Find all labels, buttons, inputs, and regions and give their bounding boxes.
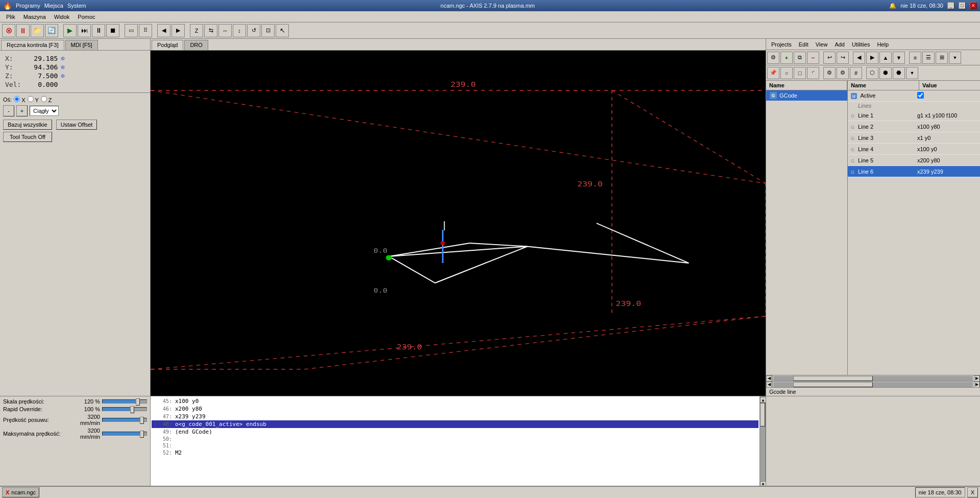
mirror-x-button[interactable]: ⇆ bbox=[204, 24, 217, 37]
add-menu-item[interactable]: Add bbox=[831, 40, 848, 49]
rotate-button[interactable]: ↺ bbox=[247, 24, 260, 37]
programy-menu[interactable]: Programy bbox=[16, 3, 40, 9]
viewport[interactable]: 239.0 239.0 239.0 239.0 0.0 bbox=[151, 51, 766, 396]
props-scroll-right2-button[interactable]: ▶ bbox=[974, 382, 980, 388]
utilities-menu-item[interactable]: Utilities bbox=[849, 40, 873, 49]
minimize-button[interactable]: _ bbox=[947, 2, 954, 9]
copy-button[interactable]: ⧉ bbox=[794, 52, 806, 64]
x-home-icon[interactable]: ⊕ bbox=[59, 55, 145, 62]
rapid-override-track[interactable] bbox=[102, 407, 147, 411]
taskbar-close-button[interactable]: X bbox=[967, 487, 978, 497]
edit-menu-item[interactable]: Edit bbox=[796, 40, 812, 49]
code-v-scrollbar[interactable]: ▲ ▼ bbox=[760, 396, 766, 488]
zoom-fit-button[interactable]: ⊡ bbox=[261, 24, 275, 37]
prop-row-line3[interactable]: G Line 3 x1 y0 bbox=[848, 132, 980, 144]
open-file-button[interactable]: 📁 bbox=[31, 24, 44, 37]
expand2-button[interactable]: ▼ bbox=[906, 67, 918, 79]
menu-maszyna[interactable]: Maszyna bbox=[19, 13, 50, 21]
taskbar-app[interactable]: X ncam.ngc bbox=[2, 487, 39, 497]
arc-button[interactable]: ◜ bbox=[807, 67, 819, 79]
list-button[interactable]: ≡ bbox=[909, 52, 921, 64]
axis-z-radio[interactable] bbox=[41, 96, 47, 102]
gear-button[interactable]: ⚙ bbox=[767, 52, 779, 64]
rect2-button[interactable]: □ bbox=[794, 67, 806, 79]
ustaw-offset-button[interactable]: Ustaw Offset bbox=[56, 120, 97, 130]
prop-row-line2[interactable]: G Line 2 x100 y80 bbox=[848, 121, 980, 132]
expand-button[interactable]: ▼ bbox=[949, 52, 961, 64]
tool-touch-off-button[interactable]: Tool Touch Off bbox=[3, 132, 52, 142]
tab-dro[interactable]: DRO bbox=[184, 40, 208, 50]
close-button[interactable]: ✕ bbox=[970, 2, 977, 9]
stop2-button[interactable]: ⏹ bbox=[106, 24, 119, 37]
code-scroll-track[interactable] bbox=[760, 403, 765, 481]
props-scroll-right-button[interactable]: ▶ bbox=[974, 375, 980, 382]
feed-rate-handle[interactable] bbox=[140, 417, 144, 424]
code-editor[interactable]: 45: x100 y0 46: x200 y80 47: x239 y239 4… bbox=[151, 396, 760, 488]
feed-rate-track[interactable] bbox=[102, 418, 147, 422]
bazuj-button[interactable]: Bazuj wszystkie bbox=[3, 120, 52, 130]
arrow-right-button[interactable]: ▶ bbox=[172, 24, 185, 37]
shape2-button[interactable]: ⬢ bbox=[879, 67, 892, 79]
move-up-button[interactable]: ▲ bbox=[879, 52, 892, 64]
jog-minus-button[interactable]: - bbox=[3, 105, 14, 116]
props-scroll-thumb[interactable] bbox=[793, 376, 873, 381]
y-home-icon[interactable]: ⊕ bbox=[59, 63, 145, 71]
maximize-button[interactable]: □ bbox=[959, 2, 966, 9]
step-button[interactable]: ⏭ bbox=[78, 24, 91, 37]
settings2-button[interactable]: ⚙ bbox=[837, 67, 849, 79]
speed-scale-track[interactable] bbox=[102, 399, 147, 404]
stop-button[interactable]: ⊗ bbox=[2, 24, 15, 37]
prop-row-line4[interactable]: G Line 4 x100 y0 bbox=[848, 144, 980, 155]
cursor-button[interactable]: ↖ bbox=[276, 24, 289, 37]
prop-row-line1[interactable]: G Line 1 g1 x1 y100 f100 bbox=[848, 110, 980, 121]
arrow-left-button[interactable]: ◀ bbox=[157, 24, 170, 37]
props-scroll-left-button[interactable]: ◀ bbox=[766, 375, 772, 382]
projects-menu-item[interactable]: Projects bbox=[768, 40, 795, 49]
pin-button[interactable]: 📌 bbox=[767, 67, 779, 79]
menu-plik[interactable]: Plik bbox=[2, 13, 19, 21]
rapid-override-handle[interactable] bbox=[130, 406, 134, 413]
circle-button[interactable]: ○ bbox=[780, 67, 793, 79]
max-speed-handle[interactable] bbox=[140, 431, 144, 438]
redo-button[interactable]: ↪ bbox=[837, 52, 849, 64]
tree-item-gcode[interactable]: G GCode bbox=[766, 90, 847, 101]
reload-button[interactable]: 🔄 bbox=[45, 24, 58, 37]
run-button[interactable]: ▶ bbox=[63, 24, 77, 37]
minus-button[interactable]: − bbox=[807, 52, 819, 64]
pause-button[interactable]: ⏸ bbox=[92, 24, 105, 37]
flip-x-button[interactable]: ↔ bbox=[218, 24, 232, 37]
axis-x-radio[interactable] bbox=[14, 96, 20, 102]
menu-pomoc[interactable]: Pomoc bbox=[74, 13, 99, 21]
rect-button[interactable]: ▭ bbox=[125, 24, 138, 37]
prop-row-line5[interactable]: G Line 5 x200 y80 bbox=[848, 155, 980, 166]
jog-mode-select[interactable]: Ciągły 0.001 0.01 0.1 1 bbox=[30, 106, 59, 116]
dots-button[interactable]: ⠿ bbox=[139, 24, 152, 37]
axis-y-radio[interactable] bbox=[28, 96, 34, 102]
props-scroll-track[interactable] bbox=[773, 376, 973, 381]
jog-plus-button[interactable]: + bbox=[16, 105, 28, 116]
props-scroll-track2[interactable] bbox=[773, 382, 973, 387]
code-scroll-thumb[interactable] bbox=[760, 403, 765, 426]
menu-widok[interactable]: Widok bbox=[50, 13, 74, 21]
tab-mdi[interactable]: MDI [F5] bbox=[65, 40, 98, 50]
system-menu[interactable]: System bbox=[67, 3, 86, 9]
view-menu-item[interactable]: View bbox=[813, 40, 831, 49]
settings-button[interactable]: ⚙ bbox=[823, 67, 836, 79]
flip-y-button[interactable]: ↕ bbox=[233, 24, 246, 37]
max-speed-track[interactable] bbox=[102, 432, 147, 436]
tab-podglad[interactable]: Podgląd bbox=[152, 40, 183, 50]
speed-scale-handle[interactable] bbox=[136, 398, 140, 406]
prop-row-line6[interactable]: G Line 6 x239 y239 bbox=[848, 166, 980, 177]
tab-manual-control[interactable]: Ręczna kontrola [F3] bbox=[1, 40, 64, 50]
shape3-button[interactable]: ⬣ bbox=[893, 67, 905, 79]
help-menu-item[interactable]: Help bbox=[874, 40, 892, 49]
move-left-button[interactable]: ◀ bbox=[853, 52, 865, 64]
props-scroll-left2-button[interactable]: ◀ bbox=[766, 382, 772, 388]
miejsca-menu[interactable]: Miejsca bbox=[44, 3, 63, 9]
list2-button[interactable]: ☰ bbox=[922, 52, 935, 64]
move-right-button[interactable]: ▶ bbox=[866, 52, 878, 64]
grid-button[interactable]: # bbox=[850, 67, 862, 79]
active-checkbox[interactable] bbox=[917, 92, 924, 99]
pause-estop-button[interactable]: ⏸ bbox=[16, 24, 30, 37]
add-button[interactable]: + bbox=[780, 52, 793, 64]
